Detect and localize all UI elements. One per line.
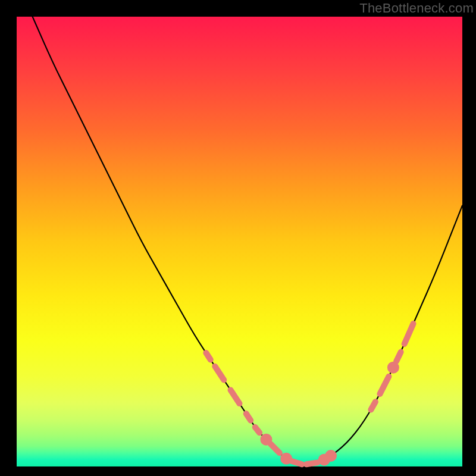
chart-frame: TheBottleneck.com [0, 0, 476, 476]
highlight-dash [306, 462, 318, 464]
chart-svg [17, 17, 462, 466]
highlight-dash [246, 414, 250, 420]
highlight-dash [215, 367, 224, 380]
highlight-dash [380, 377, 389, 394]
highlight-dash [271, 444, 280, 453]
watermark-text: TheBottleneck.com [359, 1, 474, 16]
highlight-dash [231, 390, 240, 403]
plot-area [17, 17, 462, 466]
highlight-dot [263, 437, 269, 443]
bottleneck-curve [17, 0, 462, 464]
highlight-dot [390, 365, 396, 371]
highlight-dash [255, 427, 259, 433]
highlight-dot [328, 453, 334, 459]
highlight-dash [396, 352, 400, 362]
highlight-dash [206, 353, 210, 359]
highlight-layer [206, 324, 413, 464]
highlight-dash [291, 461, 302, 465]
highlight-dash [405, 324, 414, 344]
highlight-dash [371, 402, 375, 409]
